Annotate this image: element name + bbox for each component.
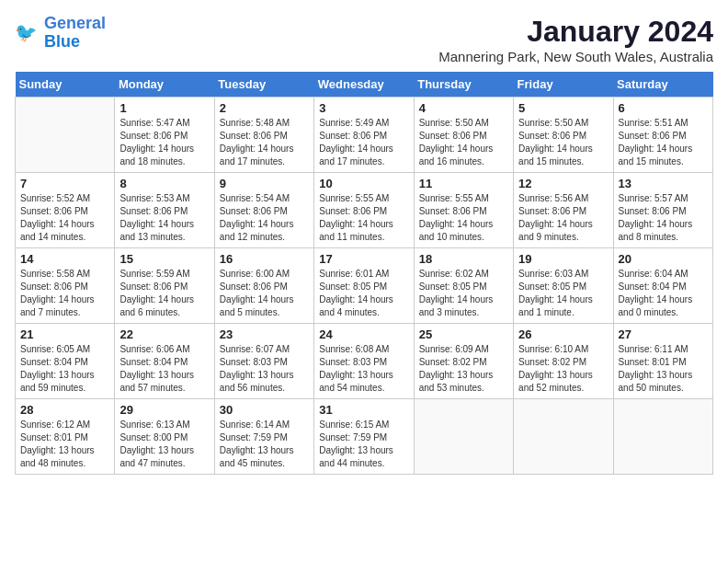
calendar-cell: [16, 98, 115, 173]
calendar-cell: 20Sunrise: 6:04 AM Sunset: 8:04 PM Dayli…: [613, 248, 712, 324]
calendar-cell: 29Sunrise: 6:13 AM Sunset: 8:00 PM Dayli…: [115, 399, 214, 475]
day-info: Sunrise: 6:15 AM Sunset: 7:59 PM Dayligh…: [319, 419, 408, 470]
day-number: 15: [119, 252, 209, 266]
day-info: Sunrise: 5:50 AM Sunset: 8:06 PM Dayligh…: [419, 117, 508, 168]
day-number: 27: [619, 327, 708, 341]
calendar-cell: [414, 399, 513, 475]
calendar-cell: 3Sunrise: 5:49 AM Sunset: 8:06 PM Daylig…: [314, 98, 414, 173]
calendar-cell: 13Sunrise: 5:57 AM Sunset: 8:06 PM Dayli…: [613, 173, 712, 248]
day-info: Sunrise: 6:08 AM Sunset: 8:03 PM Dayligh…: [319, 343, 408, 395]
day-number: 4: [419, 101, 508, 115]
calendar-cell: 12Sunrise: 5:56 AM Sunset: 8:06 PM Dayli…: [514, 173, 613, 248]
calendar-cell: 6Sunrise: 5:51 AM Sunset: 8:06 PM Daylig…: [613, 98, 712, 173]
weekday-header: Tuesday: [214, 72, 313, 98]
day-info: Sunrise: 6:09 AM Sunset: 8:02 PM Dayligh…: [419, 343, 508, 395]
day-number: 3: [319, 101, 408, 115]
day-info: Sunrise: 6:10 AM Sunset: 8:02 PM Dayligh…: [518, 343, 608, 395]
day-number: 23: [220, 327, 309, 341]
day-info: Sunrise: 6:13 AM Sunset: 8:00 PM Dayligh…: [119, 419, 209, 470]
day-number: 9: [220, 177, 309, 190]
day-info: Sunrise: 5:52 AM Sunset: 8:06 PM Dayligh…: [20, 192, 109, 244]
day-number: 21: [20, 327, 109, 341]
day-info: Sunrise: 6:11 AM Sunset: 8:01 PM Dayligh…: [619, 343, 708, 395]
day-info: Sunrise: 6:00 AM Sunset: 8:06 PM Dayligh…: [220, 268, 309, 319]
calendar-cell: 10Sunrise: 5:55 AM Sunset: 8:06 PM Dayli…: [314, 173, 414, 248]
day-info: Sunrise: 5:59 AM Sunset: 8:06 PM Dayligh…: [119, 268, 209, 319]
day-info: Sunrise: 5:57 AM Sunset: 8:06 PM Dayligh…: [619, 192, 708, 244]
day-number: 31: [319, 403, 408, 417]
month-title: January 2024: [438, 15, 713, 49]
calendar-cell: 19Sunrise: 6:03 AM Sunset: 8:05 PM Dayli…: [514, 248, 613, 324]
day-number: 26: [518, 327, 608, 341]
day-number: 30: [220, 403, 309, 417]
calendar-table: SundayMondayTuesdayWednesdayThursdayFrid…: [15, 72, 713, 475]
calendar-cell: 11Sunrise: 5:55 AM Sunset: 8:06 PM Dayli…: [414, 173, 513, 248]
logo: 🐦 GeneralBlue: [15, 15, 106, 52]
day-number: 18: [419, 252, 508, 266]
calendar-cell: 25Sunrise: 6:09 AM Sunset: 8:02 PM Dayli…: [414, 324, 513, 399]
day-info: Sunrise: 6:05 AM Sunset: 8:04 PM Dayligh…: [20, 343, 109, 395]
day-number: 11: [419, 177, 508, 190]
calendar-cell: 8Sunrise: 5:53 AM Sunset: 8:06 PM Daylig…: [115, 173, 214, 248]
weekday-header: Friday: [514, 72, 613, 98]
calendar-cell: 31Sunrise: 6:15 AM Sunset: 7:59 PM Dayli…: [314, 399, 414, 475]
day-number: 29: [119, 403, 209, 417]
calendar-week-row: 28Sunrise: 6:12 AM Sunset: 8:01 PM Dayli…: [16, 399, 713, 475]
calendar-cell: 1Sunrise: 5:47 AM Sunset: 8:06 PM Daylig…: [115, 98, 214, 173]
day-number: 25: [419, 327, 508, 341]
calendar-cell: 16Sunrise: 6:00 AM Sunset: 8:06 PM Dayli…: [214, 248, 313, 324]
day-info: Sunrise: 6:07 AM Sunset: 8:03 PM Dayligh…: [220, 343, 309, 395]
page-header: 🐦 GeneralBlue January 2024 Mannering Par…: [15, 15, 713, 64]
day-number: 1: [119, 101, 209, 115]
day-number: 10: [319, 177, 408, 190]
day-number: 13: [619, 177, 708, 190]
calendar-cell: 30Sunrise: 6:14 AM Sunset: 7:59 PM Dayli…: [214, 399, 313, 475]
day-info: Sunrise: 6:06 AM Sunset: 8:04 PM Dayligh…: [119, 343, 209, 395]
calendar-cell: 17Sunrise: 6:01 AM Sunset: 8:05 PM Dayli…: [314, 248, 414, 324]
day-info: Sunrise: 5:49 AM Sunset: 8:06 PM Dayligh…: [319, 117, 408, 168]
weekday-header: Thursday: [414, 72, 513, 98]
day-number: 17: [319, 252, 408, 266]
calendar-week-row: 21Sunrise: 6:05 AM Sunset: 8:04 PM Dayli…: [16, 324, 713, 399]
day-info: Sunrise: 6:04 AM Sunset: 8:04 PM Dayligh…: [619, 268, 708, 319]
calendar-cell: 27Sunrise: 6:11 AM Sunset: 8:01 PM Dayli…: [613, 324, 712, 399]
day-number: 16: [220, 252, 309, 266]
day-info: Sunrise: 5:55 AM Sunset: 8:06 PM Dayligh…: [319, 192, 408, 244]
location-subtitle: Mannering Park, New South Wales, Austral…: [438, 49, 713, 64]
calendar-header-row: SundayMondayTuesdayWednesdayThursdayFrid…: [16, 72, 713, 98]
day-info: Sunrise: 5:50 AM Sunset: 8:06 PM Dayligh…: [518, 117, 608, 168]
day-info: Sunrise: 5:54 AM Sunset: 8:06 PM Dayligh…: [220, 192, 309, 244]
day-number: 8: [119, 177, 209, 190]
day-number: 24: [319, 327, 408, 341]
day-number: 20: [619, 252, 708, 266]
calendar-week-row: 7Sunrise: 5:52 AM Sunset: 8:06 PM Daylig…: [16, 173, 713, 248]
day-info: Sunrise: 6:14 AM Sunset: 7:59 PM Dayligh…: [220, 419, 309, 470]
calendar-cell: 23Sunrise: 6:07 AM Sunset: 8:03 PM Dayli…: [214, 324, 313, 399]
calendar-cell: 15Sunrise: 5:59 AM Sunset: 8:06 PM Dayli…: [115, 248, 214, 324]
title-section: January 2024 Mannering Park, New South W…: [438, 15, 713, 64]
day-number: 22: [119, 327, 209, 341]
day-info: Sunrise: 5:55 AM Sunset: 8:06 PM Dayligh…: [419, 192, 508, 244]
day-number: 12: [518, 177, 608, 190]
calendar-cell: 9Sunrise: 5:54 AM Sunset: 8:06 PM Daylig…: [214, 173, 313, 248]
logo-text: GeneralBlue: [44, 15, 106, 52]
day-info: Sunrise: 5:48 AM Sunset: 8:06 PM Dayligh…: [220, 117, 309, 168]
weekday-header: Sunday: [16, 72, 115, 98]
day-info: Sunrise: 6:01 AM Sunset: 8:05 PM Dayligh…: [319, 268, 408, 319]
day-number: 6: [619, 101, 708, 115]
calendar-cell: 2Sunrise: 5:48 AM Sunset: 8:06 PM Daylig…: [214, 98, 313, 173]
calendar-cell: 7Sunrise: 5:52 AM Sunset: 8:06 PM Daylig…: [16, 173, 115, 248]
calendar-cell: 5Sunrise: 5:50 AM Sunset: 8:06 PM Daylig…: [514, 98, 613, 173]
day-info: Sunrise: 6:03 AM Sunset: 8:05 PM Dayligh…: [518, 268, 608, 319]
calendar-cell: 22Sunrise: 6:06 AM Sunset: 8:04 PM Dayli…: [115, 324, 214, 399]
day-number: 14: [20, 252, 109, 266]
day-info: Sunrise: 5:58 AM Sunset: 8:06 PM Dayligh…: [20, 268, 109, 319]
calendar-cell: 24Sunrise: 6:08 AM Sunset: 8:03 PM Dayli…: [314, 324, 414, 399]
weekday-header: Monday: [115, 72, 214, 98]
logo-icon: 🐦: [15, 20, 40, 46]
day-number: 19: [518, 252, 608, 266]
calendar-cell: 26Sunrise: 6:10 AM Sunset: 8:02 PM Dayli…: [514, 324, 613, 399]
calendar-cell: [613, 399, 712, 475]
day-info: Sunrise: 6:02 AM Sunset: 8:05 PM Dayligh…: [419, 268, 508, 319]
calendar-week-row: 1Sunrise: 5:47 AM Sunset: 8:06 PM Daylig…: [16, 98, 713, 173]
